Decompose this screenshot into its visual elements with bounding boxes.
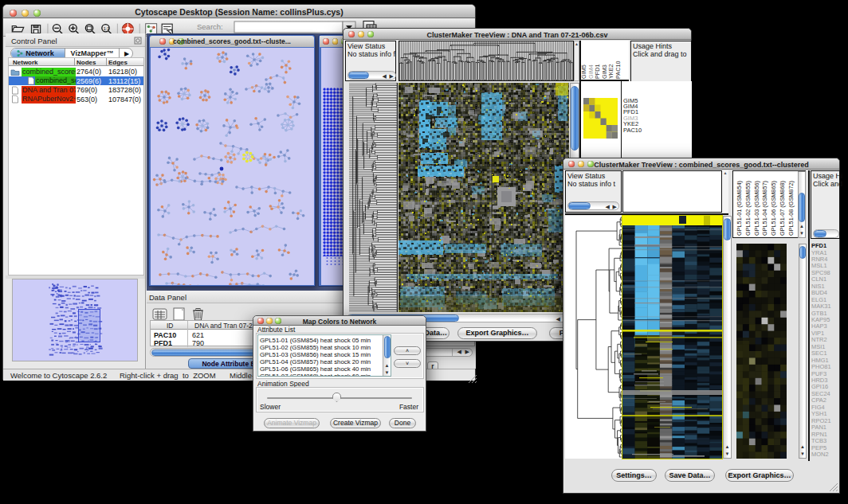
svg-text:Search:: Search: [197,22,223,31]
svg-text:1:1: 1:1 [104,26,110,31]
